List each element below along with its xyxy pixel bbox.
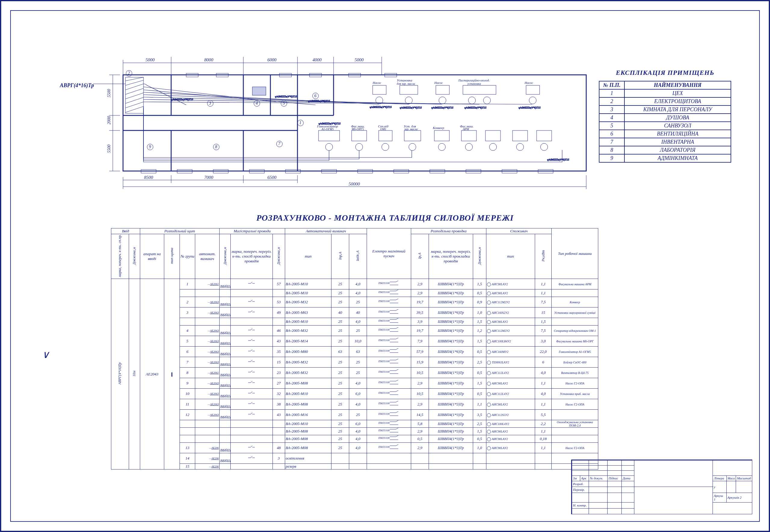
svg-text:ПМЛ1100: ПМЛ1100 — [378, 349, 390, 352]
svg-text:ц/кВбБШв(4*6)Т15: ц/кВбБШв(4*6)Т15 — [547, 158, 569, 161]
svg-text:4: 4 — [256, 101, 258, 105]
table-row: 7—AE2063 ВБбШв(4*3)Т15 15 ВА-2005-М32252… — [111, 357, 598, 368]
svg-point-94 — [541, 143, 548, 151]
svg-point-90 — [438, 143, 446, 151]
svg-text:5500: 5500 — [107, 89, 111, 97]
svg-point-68 — [483, 97, 491, 104]
svg-line-37 — [125, 97, 143, 103]
svg-text:Насос: Насос — [524, 81, 533, 84]
svg-text:ц/кВбБШв(4*6)Т15: ц/кВбБШв(4*6)Т15 — [431, 106, 454, 109]
svg-rect-61 — [436, 85, 450, 94]
svg-line-186 — [396, 338, 398, 339]
svg-line-200 — [396, 359, 398, 360]
svg-line-168 — [396, 309, 398, 310]
svg-text:5000: 5000 — [354, 57, 364, 62]
svg-point-93 — [517, 143, 524, 151]
table-row: 15—AE206 резерв — [111, 464, 598, 469]
svg-text:ПМЛ1100: ПМЛ1100 — [378, 339, 390, 342]
table-row: 4—AE2063 ВБбШв(4*3)Т15 46 ВА-2005-М32252… — [111, 326, 598, 336]
svg-line-239 — [396, 420, 398, 422]
svg-text:ПМЛ1100: ПМЛ1100 — [378, 319, 390, 322]
svg-text:ПМЛ1100: ПМЛ1100 — [378, 402, 390, 405]
explication-title: ЕКСПЛІКАЦІЯ ПРИМІЩЕНЬ — [599, 69, 731, 77]
svg-line-32 — [125, 77, 143, 81]
svg-line-243 — [396, 428, 398, 429]
orientation-arrow: ∨ — [42, 348, 49, 360]
svg-text:8: 8 — [215, 145, 217, 149]
svg-text:ПМЛ1100: ПМЛ1100 — [378, 391, 390, 394]
svg-line-217 — [250, 392, 252, 393]
svg-text:ПМЛ1100: ПМЛ1100 — [378, 429, 390, 432]
svg-text:Пастеризаційно-охолод.: Пастеризаційно-охолод. — [458, 79, 490, 82]
svg-line-193 — [396, 348, 398, 350]
svg-text:ПМЛ1100: ПМЛ1100 — [378, 370, 390, 373]
calculation-table: Ввід Розподільний щит Магістральні прово… — [111, 228, 598, 469]
svg-line-224 — [250, 402, 252, 404]
svg-text:Насос: Насос — [434, 81, 443, 84]
entry-cable-label: АВРГ(4*16)Тр — [60, 82, 94, 89]
svg-text:ц/кВбБШв(4*6)Т15: ц/кВбБШв(4*6)Т15 — [275, 95, 297, 98]
svg-line-189 — [250, 350, 252, 351]
svg-rect-58 — [252, 87, 266, 95]
svg-rect-78 — [351, 130, 366, 141]
svg-line-207 — [396, 369, 398, 371]
svg-point-66 — [439, 97, 446, 104]
svg-point-65 — [405, 97, 413, 104]
table-row: 10—AE2063 ВБбШв(4*3)Т15 32 ВА-2005-М1025… — [111, 389, 598, 399]
svg-text:ц/кВбБШв(4*6)Т15: ц/кВбБШв(4*6)Т15 — [519, 106, 541, 109]
svg-text:3: 3 — [209, 101, 211, 105]
svg-text:для зар. масла: для зар. масла — [397, 82, 415, 85]
svg-point-87 — [355, 143, 363, 151]
svg-text:8500: 8500 — [144, 175, 153, 180]
svg-point-92 — [489, 143, 497, 151]
table-row: 3—AE2063 ВБбШв(4*6)Т20 49 ВА-2005-М63404… — [111, 307, 598, 318]
svg-text:6500: 6500 — [267, 175, 277, 180]
table-row: 8—AE2061 ВБбШв(4*3)Т15 23 ВА-2005-М32252… — [111, 368, 598, 378]
svg-line-150 — [396, 281, 398, 282]
svg-text:ПМЛ1100: ПМЛ1100 — [378, 445, 390, 448]
svg-text:6000: 6000 — [267, 57, 277, 62]
svg-point-86 — [325, 143, 333, 151]
svg-text:ОМ1: ОМ1 — [380, 127, 387, 131]
table-row: 9—AE2043 ВБбШв(4*3)Т15 27 ВА-2005-М08254… — [111, 378, 598, 389]
svg-text:ц/кВбБШв(4*6)Т15: ц/кВбБШв(4*6)Т15 — [465, 106, 487, 109]
svg-line-235 — [396, 411, 398, 413]
svg-rect-79 — [379, 130, 392, 141]
table-row: ВА-2005-М10254,0 ПМЛ1100 2,9ШВВП4(1*6)Тр… — [111, 289, 598, 297]
svg-line-35 — [125, 88, 143, 94]
svg-line-154 — [396, 290, 398, 291]
table-row: АВРГ(4*16)Тр 10м АЕ2043 1—AE2061 ВБбШв(4… — [111, 279, 598, 289]
svg-line-231 — [250, 413, 252, 414]
svg-text:установка: установка — [467, 82, 481, 85]
svg-point-67 — [468, 97, 476, 104]
svg-line-175 — [250, 329, 252, 330]
svg-text:ПМЛ1100: ПМЛ1100 — [378, 282, 390, 285]
svg-text:ПМЛ1100: ПМЛ1100 — [378, 412, 390, 415]
svg-text:50000: 50000 — [348, 182, 360, 186]
svg-text:ПМЛ1100: ПМЛ1100 — [378, 291, 390, 294]
svg-text:ПМЛ1100: ПМЛ1100 — [378, 360, 390, 363]
svg-line-38 — [125, 102, 143, 108]
svg-rect-84 — [513, 130, 528, 141]
table-row: 13—AE206 ВБбШв(4*3)Т15 48 ВА-2005-М08254… — [111, 443, 598, 453]
svg-point-89 — [409, 143, 416, 151]
svg-line-157 — [250, 300, 252, 301]
svg-text:4000: 4000 — [312, 57, 322, 62]
floor-plan: 5000 8000 6000 4000 5000 5500 2000 5500 — [111, 57, 595, 198]
svg-text:зар. масла: зар. масла — [404, 127, 418, 131]
svg-line-214 — [396, 380, 398, 381]
table-row: ВА-2005-М08254,0 ПМЛ1100 0,5ШВВП4(1*3)Тр… — [111, 435, 598, 443]
svg-line-146 — [250, 282, 252, 283]
svg-line-36 — [125, 93, 143, 99]
svg-line-250 — [250, 446, 252, 447]
svg-text:Насос: Насос — [372, 81, 381, 84]
svg-text:ц/кВбБШв(4*6)Т15: ц/кВбБШв(4*6)Т15 — [171, 98, 193, 101]
svg-text:9: 9 — [149, 145, 151, 149]
table-row: 2—AE2063 ВБбШв(4*3)Т15 53 ВА-2005-М32252… — [111, 297, 598, 307]
svg-text:ц/кВбБШв(4*6)Т15: ц/кВбБШв(4*6)Т15 — [370, 105, 392, 109]
svg-text:ПМЛ1100: ПМЛ1100 — [378, 421, 390, 424]
svg-line-164 — [250, 310, 252, 312]
svg-text:А1-ОГМ5: А1-ОГМ5 — [321, 127, 333, 131]
svg-line-179 — [396, 327, 398, 329]
svg-text:ПМЛ1100: ПМЛ1100 — [378, 300, 390, 303]
